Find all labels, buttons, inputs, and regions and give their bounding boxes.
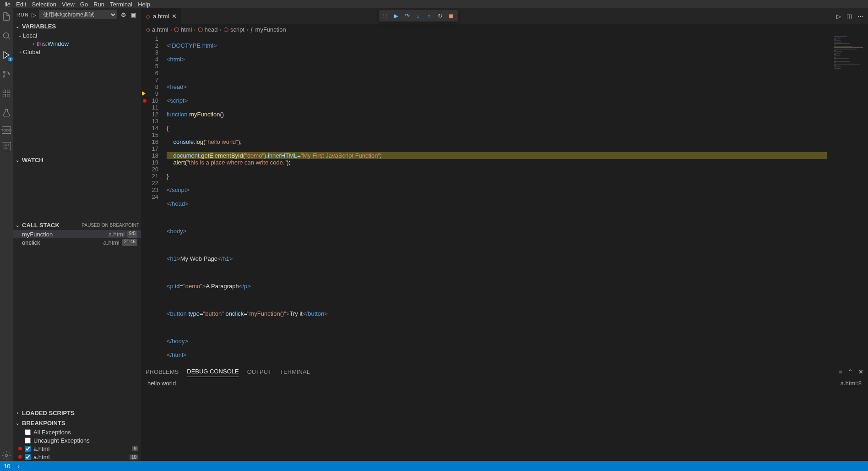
debug-console-body[interactable]: hello world a.html:8: [141, 378, 868, 461]
console-source-link[interactable]: a.html:8: [841, 380, 862, 459]
restart-icon[interactable]: ↻: [435, 11, 445, 21]
explorer-icon[interactable]: [1, 11, 12, 22]
watch-header[interactable]: ⌄WATCH: [13, 155, 141, 165]
step-out-icon[interactable]: ↑: [424, 11, 434, 21]
close-icon[interactable]: ✕: [172, 13, 177, 20]
drag-handle-icon[interactable]: ⋮⋮: [381, 13, 390, 18]
bp-uncaught-exceptions[interactable]: Uncaught Exceptions: [13, 436, 141, 444]
svg-rect-6: [3, 94, 6, 97]
flask-icon[interactable]: [1, 107, 12, 118]
svg-point-2: [3, 76, 5, 77]
minimap[interactable]: [827, 34, 868, 365]
status-bar: 10 ›: [0, 461, 868, 471]
variables-header[interactable]: ⌄VARIABLES: [13, 21, 141, 31]
split-editor-icon[interactable]: ◫: [846, 13, 852, 20]
scope-local[interactable]: ⌄Local: [13, 31, 141, 39]
close-panel-icon[interactable]: ✕: [858, 368, 863, 375]
bp-checkbox[interactable]: [25, 429, 31, 435]
menu-view[interactable]: View: [59, 1, 77, 8]
menu-selection[interactable]: Selection: [29, 1, 59, 8]
stack-frame[interactable]: onclicka.html21:46: [13, 238, 141, 246]
run-debug-icon[interactable]: 1: [1, 49, 12, 60]
tab-output[interactable]: OUTPUT: [247, 367, 271, 377]
bp-checkbox[interactable]: [25, 446, 31, 452]
code-editor[interactable]: <!DOCTYPE html> <html> <head> <script> f…: [167, 34, 827, 365]
gear-icon[interactable]: ⚙: [120, 11, 127, 18]
breadcrumb[interactable]: ◇a.html› ⬡html› ⬡head› ⬡script› ƒmyFunct…: [141, 24, 868, 34]
svg-point-0: [3, 33, 9, 38]
tab-problems[interactable]: PROBLEMS: [146, 367, 179, 377]
debug-sidebar: RUN ▷ 使用本地chrome调试 ⚙ ▣ ⌄VARIABLES ⌄Local…: [13, 8, 141, 461]
gear-icon[interactable]: [1, 450, 12, 461]
callstack-header[interactable]: ⌄CALL STACKPAUSED ON BREAKPOINT: [13, 220, 141, 230]
svg-rect-7: [7, 94, 10, 97]
tag-icon: ⬡: [198, 26, 203, 33]
menu-help[interactable]: Help: [135, 1, 153, 8]
menu-file[interactable]: ile: [2, 1, 13, 8]
tag-icon: ⬡: [174, 26, 179, 33]
line-gutter[interactable]: 123456789101112131415161718192021222324: [141, 34, 167, 365]
bottom-panel: PROBLEMS DEBUG CONSOLE OUTPUT TERMINAL ≡…: [141, 365, 868, 461]
debug-config-select[interactable]: 使用本地chrome调试: [39, 10, 117, 19]
loaded-scripts-header[interactable]: ›LOADED SCRIPTS: [13, 408, 141, 418]
html-file-icon: ◇: [146, 26, 150, 33]
tag-icon: ⬡: [223, 26, 228, 33]
stop-icon[interactable]: ◼: [446, 11, 456, 21]
scope-global[interactable]: ›Global: [13, 48, 141, 56]
bp-checkbox[interactable]: [25, 438, 31, 444]
search-icon[interactable]: [1, 30, 12, 41]
menu-run[interactable]: Run: [91, 1, 107, 8]
continue-icon[interactable]: ▶: [391, 11, 401, 21]
svg-point-3: [8, 73, 9, 75]
start-debug-icon[interactable]: ▷: [32, 11, 36, 18]
todo-icon[interactable]: TODO: [2, 126, 11, 134]
menubar: ile Edit Selection View Go Run Terminal …: [0, 0, 868, 8]
console-output: hello world: [147, 380, 176, 459]
run-title: RUN: [16, 12, 29, 17]
extensions-icon[interactable]: [1, 88, 12, 99]
bp-all-exceptions[interactable]: All Exceptions: [13, 428, 141, 436]
more-icon[interactable]: ⋯: [857, 13, 863, 20]
status-line[interactable]: 10: [0, 463, 14, 470]
bp-checkbox[interactable]: [25, 454, 31, 460]
step-over-icon[interactable]: ↷: [402, 11, 412, 21]
tab-debug-console[interactable]: DEBUG CONSOLE: [187, 366, 239, 377]
watch-body: [13, 165, 141, 220]
menu-edit[interactable]: Edit: [13, 1, 29, 8]
breakpoints-header[interactable]: ⌄BREAKPOINTS: [13, 418, 141, 428]
debug-console-icon[interactable]: ▣: [130, 11, 137, 18]
breakpoint-dot-icon: [18, 447, 22, 450]
breakpoints-body: All Exceptions Uncaught Exceptions a.htm…: [13, 428, 141, 461]
panel-tabs: PROBLEMS DEBUG CONSOLE OUTPUT TERMINAL ≡…: [141, 365, 868, 378]
editor-area: ◇ a.html ✕ ⋮⋮ ▶ ↷ ↓ ↑ ↻ ◼ ▷ ◫ ⋯ ◇a.html›…: [141, 8, 868, 461]
svg-rect-4: [3, 90, 6, 93]
debug-toolbar[interactable]: ⋮⋮ ▶ ↷ ↓ ↑ ↻ ◼: [379, 10, 458, 22]
run-icon[interactable]: ▷: [836, 13, 841, 20]
debug-console-prompt-icon[interactable]: ›: [14, 463, 23, 470]
svg-point-8: [5, 455, 8, 457]
callstack-body: myFunctiona.html9:5 onclicka.html21:46: [13, 230, 141, 408]
activity-bar: 1 TODO Liveide: [0, 8, 13, 461]
source-control-icon[interactable]: [1, 69, 12, 80]
editor-tabs: ◇ a.html ✕ ⋮⋮ ▶ ↷ ↓ ↑ ↻ ◼ ▷ ◫ ⋯: [141, 8, 868, 24]
function-icon: ƒ: [250, 26, 253, 33]
step-into-icon[interactable]: ↓: [413, 11, 423, 21]
run-header: RUN ▷ 使用本地chrome调试 ⚙ ▣: [13, 8, 141, 21]
bp-item[interactable]: a.html9: [13, 444, 141, 453]
stack-frame[interactable]: myFunctiona.html9:5: [13, 230, 141, 238]
liveshare-icon[interactable]: Liveide: [2, 142, 11, 151]
maximize-icon[interactable]: ⌃: [848, 368, 853, 375]
variable-this[interactable]: ›this: Window: [13, 39, 141, 48]
tab-a-html[interactable]: ◇ a.html ✕: [141, 8, 182, 24]
tab-terminal[interactable]: TERMINAL: [280, 367, 310, 377]
filter-icon[interactable]: ≡: [839, 368, 842, 375]
tab-label: a.html: [153, 13, 169, 20]
menu-terminal[interactable]: Terminal: [107, 1, 135, 8]
menu-go[interactable]: Go: [77, 1, 91, 8]
html-file-icon: ◇: [146, 13, 150, 20]
svg-rect-5: [7, 90, 10, 93]
bp-item[interactable]: a.html10: [13, 453, 141, 461]
variables-body: ⌄Local ›this: Window ›Global: [13, 31, 141, 155]
svg-point-1: [3, 71, 5, 72]
debug-badge: 1: [8, 57, 13, 61]
